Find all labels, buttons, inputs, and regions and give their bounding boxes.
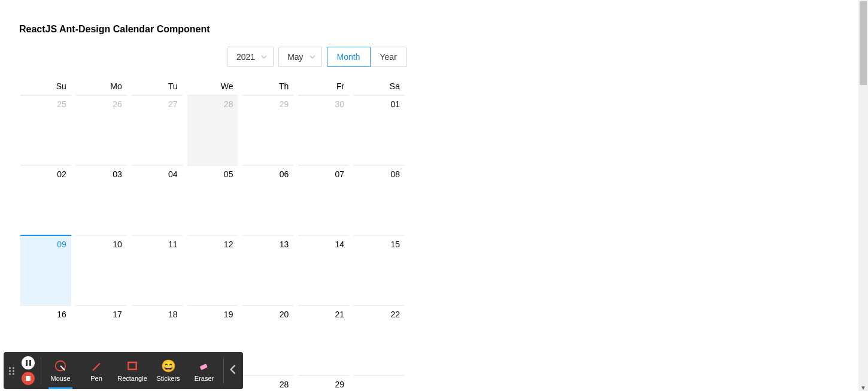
drag-handle-icon[interactable] [6,367,17,375]
day-cell[interactable]: 04 [129,165,185,235]
day-of-week-header: Fr [296,78,351,95]
day-number: 06 [242,166,293,179]
day-cell[interactable]: 11 [129,235,185,305]
day-cell[interactable]: 03 [74,165,129,235]
tool-stickers[interactable]: 😄 Stickers [150,352,186,389]
chevron-left-icon [230,365,236,377]
day-cell[interactable]: 06 [240,165,296,235]
day-number: 12 [187,236,238,249]
month-select[interactable]: May [278,47,321,67]
tool-pen[interactable]: Pen [78,352,114,389]
day-of-week-header: Tu [129,78,185,95]
day-cell[interactable]: 27 [129,95,185,165]
calendar-weeks: 2526272829300102030405060708091011121314… [18,95,407,391]
day-cell[interactable]: 01 [351,95,407,165]
recording-controls [17,356,40,385]
day-number: 03 [76,166,127,179]
day-of-week-header: Th [240,78,296,95]
day-cell[interactable]: 12 [185,235,241,305]
day-cell[interactable]: 08 [351,165,407,235]
sticker-icon: 😄 [162,359,175,372]
day-number: 14 [298,236,349,249]
day-cell[interactable]: 28 [240,375,296,391]
tool-label: Pen [90,375,102,382]
day-number: 27 [132,96,183,109]
day-cell[interactable]: 29 [240,95,296,165]
day-cell[interactable]: 13 [240,235,296,305]
day-of-week-header: We [185,78,241,95]
day-number: 28 [187,96,238,109]
pause-icon [26,360,31,366]
day-cell[interactable]: 05 [185,165,241,235]
day-number: 09 [20,236,71,249]
scrollbar-thumb[interactable] [860,1,867,85]
view-year-button[interactable]: Year [371,47,407,67]
day-number: 18 [132,306,183,319]
day-number: 10 [76,236,127,249]
calendar-header: 2021 May Month Year [227,47,838,67]
day-of-week-row: SuMoTuWeThFrSa [18,78,407,95]
calendar: SuMoTuWeThFrSa 2526272829300102030405060… [18,78,407,391]
view-month-button[interactable]: Month [327,47,371,67]
rectangle-icon [126,359,139,372]
day-number: 21 [298,306,349,319]
vertical-scrollbar[interactable]: ▲ ▼ [858,0,868,391]
week-row: 09101112131415 [18,235,407,305]
eraser-icon [198,359,211,372]
tool-eraser[interactable]: Eraser [186,352,222,389]
day-number [354,376,405,380]
annotation-toolbar: Mouse Pen Rectangle 😄 Stickers Eraser [4,352,243,389]
day-number: 30 [298,96,349,109]
tool-label: Stickers [156,375,180,382]
day-cell[interactable]: 22 [351,305,407,375]
tool-label: Mouse [50,375,70,382]
svg-rect-2 [199,363,207,370]
year-select[interactable]: 2021 [227,47,274,67]
day-number: 13 [242,236,293,249]
day-number: 20 [242,306,293,319]
day-number: 05 [187,166,238,179]
day-cell[interactable]: 10 [74,235,129,305]
day-number: 07 [298,166,349,179]
day-cell[interactable]: 14 [296,235,351,305]
day-cell[interactable]: 15 [351,235,407,305]
day-cell[interactable]: 07 [296,165,351,235]
page-title: ReactJS Ant-Design Calendar Component [19,24,838,35]
day-number: 25 [20,96,71,109]
tool-rectangle[interactable]: Rectangle [114,352,150,389]
day-cell[interactable]: 02 [18,165,74,235]
day-cell[interactable]: 26 [74,95,129,165]
day-cell[interactable]: 30 [296,95,351,165]
day-number: 04 [132,166,183,179]
tool-mouse[interactable]: Mouse [43,352,78,389]
day-number: 28 [242,376,293,389]
chevron-down-icon [261,54,267,60]
pause-button[interactable] [22,356,35,369]
week-row: 25262728293001 [18,95,407,165]
day-number: 08 [354,166,405,179]
collapse-button[interactable] [225,365,241,377]
day-number: 22 [354,306,405,319]
day-cell[interactable]: 28 [185,95,241,165]
cursor-icon [54,359,67,372]
stop-button[interactable] [22,372,35,385]
day-of-week-header: Su [18,78,74,95]
year-select-value: 2021 [236,52,255,62]
week-row: 02030405060708 [18,165,407,235]
day-number: 01 [354,96,405,109]
day-of-week-header: Mo [74,78,129,95]
day-cell[interactable]: 29 [296,375,351,391]
day-number: 19 [187,306,238,319]
day-of-week-header: Sa [351,78,407,95]
scroll-down-arrow[interactable]: ▼ [860,384,866,391]
day-number: 26 [76,96,127,109]
day-number: 15 [354,236,405,249]
tool-label: Rectangle [117,375,147,382]
day-cell[interactable]: 21 [296,305,351,375]
day-cell[interactable]: 25 [18,95,74,165]
day-number: 29 [242,96,293,109]
day-cell[interactable]: 20 [240,305,296,375]
day-cell[interactable]: 09 [18,235,74,305]
tool-label: Eraser [195,375,214,382]
day-cell [351,375,407,391]
